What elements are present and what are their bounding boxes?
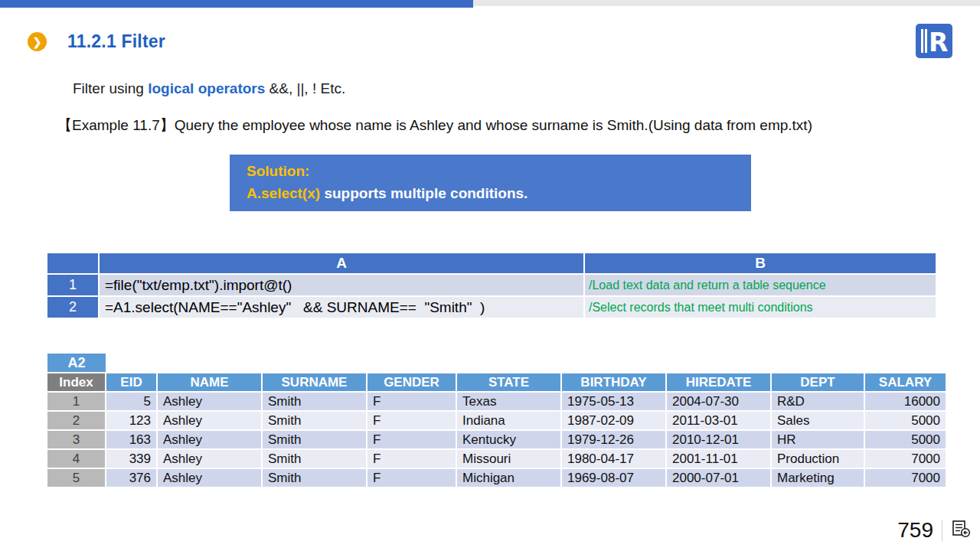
column-header-index: Index (47, 373, 105, 391)
result-cell: 7000 (865, 469, 946, 487)
example-text: 【Example 11.7】Query the employee whose n… (57, 116, 815, 135)
top-secondary-bar (473, 0, 980, 6)
row-number-cell: 2 (47, 297, 98, 318)
result-cell: Production (772, 450, 864, 468)
column-header-a: A (100, 253, 583, 273)
top-accent-bar (0, 0, 473, 8)
code-grid-header-row: A B (47, 253, 936, 273)
result-cell: Ashley (158, 469, 261, 487)
slide-header: ❯ 11.2.1 Filter (28, 31, 165, 52)
result-table-body: 15AshleySmithFTexas1975-05-132004-07-30R… (47, 393, 946, 487)
result-cell: 1979-12-26 (562, 431, 665, 448)
result-cell: F (368, 469, 456, 487)
comment-cell: /Select records that meet multi conditio… (585, 297, 936, 318)
result-cell: 1969-08-07 (562, 469, 665, 487)
solution-label: Solution: (247, 163, 309, 179)
table-row: 15AshleySmithFTexas1975-05-132004-07-30R… (47, 393, 946, 410)
page-title: 11.2.1 Filter (67, 31, 165, 52)
code-grid-row: 2=A1.select(NAME=="Ashley" && SURNAME== … (47, 297, 936, 318)
column-header-birthday: BIRTHDAY (562, 373, 665, 391)
subtitle: Filter using logical operators &&, ||, !… (73, 80, 345, 97)
formula-cell: =file("txt/emp.txt").import@t() (100, 275, 583, 295)
subtitle-highlight: logical operators (148, 80, 265, 96)
result-cell: 2001-11-01 (667, 450, 770, 468)
footer-divider (942, 520, 942, 541)
column-header-gender: GENDER (368, 373, 456, 391)
column-header-hiredate: HIREDATE (667, 373, 770, 391)
result-cell: 2010-12-01 (667, 431, 770, 448)
result-cell: 5 (106, 393, 156, 410)
result-cell: Texas (457, 393, 560, 410)
svg-text:R: R (929, 28, 948, 57)
result-cell: 7000 (865, 450, 946, 468)
result-cell: 5000 (865, 412, 946, 429)
chevron-right-circle-icon: ❯ (28, 32, 47, 51)
result-cell: Ashley (158, 393, 261, 410)
code-grid-row: 1=file("txt/emp.txt").import@t()/Load te… (47, 275, 936, 295)
result-cell: Ashley (158, 450, 261, 468)
column-header-state: STATE (457, 373, 560, 391)
column-header-dept: DEPT (772, 373, 864, 391)
result-cell: Smith (263, 412, 366, 429)
code-grid-body: 1=file("txt/emp.txt").import@t()/Load te… (47, 275, 936, 318)
code-grid-table: A B 1=file("txt/emp.txt").import@t()/Loa… (46, 252, 937, 319)
result-tab-a2: A2 (47, 354, 106, 372)
table-row: 3163AshleySmithFKentucky1979-12-262010-1… (47, 431, 946, 448)
result-cell: HR (772, 431, 864, 448)
document-return-icon (951, 520, 971, 542)
index-cell: 3 (47, 431, 105, 448)
result-cell: F (368, 412, 456, 429)
result-cell: Smith (263, 393, 366, 410)
column-header-b: B (585, 253, 936, 273)
result-cell: 5000 (865, 431, 946, 448)
column-header-name: NAME (158, 373, 261, 391)
table-row: 4339AshleySmithFMissouri1980-04-172001-1… (47, 450, 946, 468)
code-grid-corner-cell (47, 253, 98, 273)
result-cell: Indiana (457, 412, 560, 429)
result-cell: Smith (263, 431, 366, 448)
result-cell: 376 (106, 469, 156, 487)
result-cell: Kentucky (457, 431, 560, 448)
result-cell: 2004-07-30 (667, 393, 770, 410)
result-cell: Marketing (772, 469, 864, 487)
solution-code: A.select(x) (247, 185, 320, 201)
result-cell: Ashley (158, 412, 261, 429)
result-cell: Ashley (158, 431, 261, 448)
result-cell: 339 (106, 450, 156, 468)
result-cell: F (368, 393, 456, 410)
result-cell: Sales (772, 412, 864, 429)
result-cell: 1980-04-17 (562, 450, 665, 468)
index-cell: 1 (47, 393, 105, 410)
formula-cell: =A1.select(NAME=="Ashley" && SURNAME== "… (100, 297, 583, 318)
result-cell: F (368, 450, 456, 468)
subtitle-prefix: Filter using (73, 80, 148, 96)
subtitle-suffix: &&, ||, ! Etc. (265, 80, 345, 96)
row-number-cell: 1 (47, 275, 98, 295)
solution-text: supports multiple conditions. (320, 185, 528, 201)
result-cell: 2011-03-01 (667, 412, 770, 429)
footer: 759 (897, 518, 971, 543)
index-cell: 4 (47, 450, 105, 468)
result-cell: Missouri (457, 450, 560, 468)
index-cell: 2 (47, 412, 105, 429)
result-cell: 163 (106, 431, 156, 448)
page-number: 759 (897, 518, 933, 543)
index-cell: 5 (47, 469, 105, 487)
solution-box: Solution: A.select(x) supports multiple … (230, 155, 751, 211)
result-cell: Smith (263, 450, 366, 468)
column-header-salary: SALARY (865, 373, 946, 391)
table-row: 5376AshleySmithFMichigan1969-08-072000-0… (47, 469, 946, 487)
result-cell: 1987-02-09 (562, 412, 665, 429)
result-cell: 2000-07-01 (667, 469, 770, 487)
result-cell: F (368, 431, 456, 448)
result-cell: 1975-05-13 (562, 393, 665, 410)
result-table: IndexEIDNAMESURNAMEGENDERSTATEBIRTHDAYHI… (46, 372, 947, 488)
column-header-eid: EID (106, 373, 156, 391)
result-cell: Michigan (457, 469, 560, 487)
result-header-row: IndexEIDNAMESURNAMEGENDERSTATEBIRTHDAYHI… (47, 373, 946, 391)
result-cell: 123 (106, 412, 156, 429)
result-cell: 16000 (865, 393, 946, 410)
column-header-surname: SURNAME (263, 373, 366, 391)
result-cell: R&D (772, 393, 864, 410)
comment-cell: /Load text data and return a table seque… (585, 275, 936, 295)
